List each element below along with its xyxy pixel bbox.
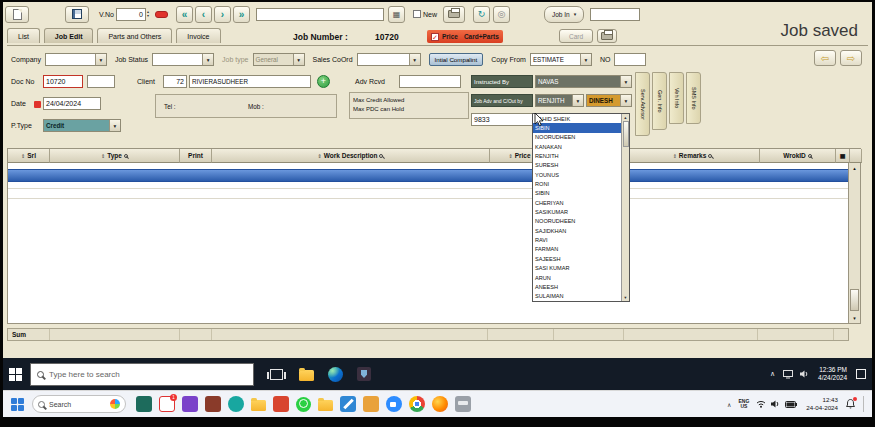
- spin-down-icon[interactable]: ▾: [147, 14, 149, 18]
- dropdown-item[interactable]: NOORUDHEEN: [533, 217, 621, 226]
- edge-icon[interactable]: [328, 367, 343, 382]
- grid-column-actions[interactable]: ▦: [836, 149, 850, 163]
- grid-column-srl[interactable]: ⇕Srl: [8, 149, 50, 163]
- dropdown-item[interactable]: ARUN: [533, 273, 621, 282]
- volume-icon[interactable]: [771, 400, 780, 408]
- toolbar-search-input[interactable]: [256, 8, 384, 21]
- instructed-by-select[interactable]: NAVAS▾: [535, 75, 632, 88]
- dropdown-item[interactable]: SURESH: [533, 161, 621, 170]
- vno-spinner[interactable]: ▴▾: [147, 10, 149, 18]
- copy-from-select[interactable]: ESTIMATE▾: [530, 53, 592, 66]
- scroll-up-icon[interactable]: ▴: [624, 115, 626, 120]
- clock-win10[interactable]: 12:36 PM 4/24/2024: [818, 366, 847, 383]
- no-input[interactable]: [614, 53, 646, 66]
- job-in-button[interactable]: Job In▾: [544, 6, 584, 23]
- adv-amount-input[interactable]: 9833: [471, 113, 533, 126]
- chevron-down-icon[interactable]: ▾: [109, 120, 120, 131]
- dropdown-item[interactable]: SIBIN: [533, 189, 621, 198]
- dropdown-item[interactable]: SULAIMAN: [533, 292, 621, 301]
- app-icon[interactable]: [205, 396, 221, 412]
- grid-column-remarks[interactable]: ⇕Remarks: [626, 149, 760, 163]
- dropdown-item[interactable]: RONI: [533, 179, 621, 188]
- language-indicator[interactable]: ENG US: [739, 399, 750, 410]
- notification-app-icon[interactable]: 1: [159, 396, 175, 412]
- price-toggle[interactable]: ✓ Price Card+Parts: [427, 30, 503, 43]
- company-select[interactable]: ▾: [45, 53, 107, 66]
- chevron-down-icon[interactable]: ▾: [580, 54, 591, 65]
- new-checkbox[interactable]: [413, 10, 421, 18]
- print-button[interactable]: [443, 6, 465, 23]
- zoom-icon[interactable]: [386, 396, 402, 412]
- dropdown-item[interactable]: YOUNUS: [533, 170, 621, 179]
- taskbar-search-win11[interactable]: Search: [32, 395, 126, 413]
- tray-expand-icon[interactable]: ∧: [770, 370, 775, 378]
- chevron-down-icon[interactable]: ▾: [202, 54, 213, 65]
- dropdown-item[interactable]: RAVI: [533, 235, 621, 244]
- card-print-button[interactable]: [597, 29, 617, 43]
- job-in-value-input[interactable]: [590, 8, 640, 21]
- scroll-down-icon[interactable]: ▾: [853, 315, 856, 323]
- first-record-button[interactable]: «: [176, 6, 193, 23]
- start-button-win11[interactable]: [11, 398, 24, 411]
- firefox-icon[interactable]: [432, 396, 448, 412]
- prev-record-button[interactable]: ‹: [195, 6, 212, 23]
- dropdown-item[interactable]: ANEESH: [533, 282, 621, 291]
- show-desktop-button[interactable]: [863, 396, 864, 412]
- network-icon[interactable]: [783, 370, 793, 379]
- tray-expand-icon[interactable]: ∧: [727, 401, 731, 408]
- printer-icon[interactable]: [455, 396, 471, 412]
- search-icon[interactable]: [124, 154, 128, 158]
- job-status-select[interactable]: ▾: [152, 53, 214, 66]
- app-icon[interactable]: [228, 396, 244, 412]
- cout-by-select[interactable]: DINESH▾: [586, 94, 632, 107]
- wifi-icon[interactable]: [756, 400, 766, 408]
- doc-no-suffix-input[interactable]: [87, 75, 115, 88]
- tab-invoice[interactable]: Invoice: [176, 28, 220, 43]
- doc-no-input[interactable]: 10720: [43, 75, 83, 88]
- scroll-track[interactable]: [849, 171, 860, 315]
- clock-win11[interactable]: 12:43 24-04-2024: [806, 396, 838, 412]
- chevron-down-icon[interactable]: ▾: [95, 54, 106, 65]
- new-document-button[interactable]: [5, 6, 29, 23]
- ptype-select[interactable]: Credit▾: [43, 119, 121, 132]
- date-input[interactable]: 24/04/2024: [43, 97, 101, 110]
- dropdown-item[interactable]: SAJIDKHAN: [533, 226, 621, 235]
- dropdown-item[interactable]: ZAHID SHEIK: [533, 114, 621, 123]
- card-button[interactable]: Card: [559, 29, 593, 43]
- grid-body[interactable]: [8, 163, 848, 323]
- sales-coord-select[interactable]: ▾: [357, 53, 421, 66]
- action-center-icon[interactable]: [856, 369, 866, 379]
- dropdown-item-selected[interactable]: SIBIN: [533, 123, 621, 132]
- dropdown-item[interactable]: SASIKUMAR: [533, 207, 621, 216]
- volume-icon[interactable]: [800, 370, 809, 378]
- app-icon[interactable]: [136, 396, 152, 412]
- tab-list[interactable]: List: [7, 28, 40, 43]
- client-code-input[interactable]: 72: [163, 75, 187, 88]
- chevron-down-icon[interactable]: ▾: [620, 76, 631, 87]
- grid-scrollbar[interactable]: ▴ ▾: [848, 163, 860, 323]
- chevron-down-icon[interactable]: ▾: [572, 95, 583, 106]
- file-explorer-icon[interactable]: [299, 370, 314, 381]
- dropdown-item[interactable]: KANAKAN: [533, 142, 621, 151]
- dropdown-item[interactable]: RENJITH: [533, 151, 621, 160]
- tab-job-edit[interactable]: Job Edit: [44, 28, 94, 43]
- attach-button[interactable]: ◎: [493, 6, 510, 23]
- app-icon[interactable]: [363, 396, 379, 412]
- folder-icon[interactable]: [318, 400, 333, 411]
- price-checkbox[interactable]: ✓: [431, 33, 439, 41]
- adv-rcvd-input[interactable]: [399, 75, 461, 88]
- search-icon[interactable]: [379, 154, 383, 158]
- dropdown-item[interactable]: SAJEESH: [533, 254, 621, 263]
- vscode-icon[interactable]: [340, 396, 356, 412]
- job-adv-select[interactable]: RENJITH▾: [535, 94, 584, 107]
- scroll-up-icon[interactable]: ▴: [853, 163, 856, 171]
- notification-bell[interactable]: [846, 399, 855, 409]
- nav-back-button[interactable]: ⇦: [814, 50, 836, 66]
- chevron-down-icon[interactable]: ▾: [620, 95, 631, 106]
- tab-veh-info[interactable]: Veh Info: [669, 72, 684, 124]
- folder-icon[interactable]: [251, 400, 266, 411]
- grid-column-work-description[interactable]: ⇕Work Description: [212, 149, 490, 163]
- dropdown-item[interactable]: CHERIYAN: [533, 198, 621, 207]
- dropdown-scrollbar[interactable]: ▴ ▾: [621, 114, 629, 301]
- last-record-button[interactable]: »: [233, 6, 250, 23]
